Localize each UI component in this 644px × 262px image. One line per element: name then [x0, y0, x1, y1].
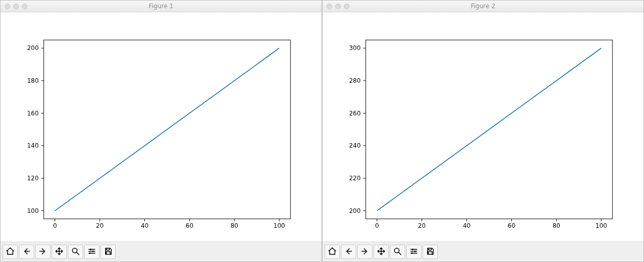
zoom-window-icon[interactable]: [22, 4, 28, 9]
zoom-button[interactable]: [390, 245, 405, 259]
svg-text:200: 200: [349, 207, 361, 215]
window-controls: [5, 4, 28, 9]
svg-text:180: 180: [27, 77, 39, 84]
sliders-icon: [87, 247, 96, 257]
figure-window-2: Figure 2 020406080100200220240260280300: [322, 0, 644, 262]
save-icon: [426, 247, 435, 257]
forward-button[interactable]: [357, 245, 373, 259]
svg-point-25: [72, 248, 77, 253]
forward-button[interactable]: [35, 245, 51, 259]
zoom-button[interactable]: [68, 245, 83, 259]
svg-text:200: 200: [27, 44, 39, 52]
home-icon: [328, 247, 337, 257]
svg-text:80: 80: [553, 222, 560, 229]
svg-text:120: 120: [27, 175, 39, 182]
back-button[interactable]: [341, 245, 356, 259]
close-icon[interactable]: [5, 4, 10, 9]
pan-button[interactable]: [52, 245, 67, 259]
svg-point-55: [412, 248, 413, 250]
move-icon: [377, 247, 386, 257]
svg-text:0: 0: [375, 222, 379, 229]
titlebar[interactable]: Figure 2: [323, 1, 643, 12]
window-title: Figure 2: [323, 3, 643, 10]
minimize-icon[interactable]: [13, 4, 19, 9]
window-controls: [327, 4, 350, 9]
svg-text:80: 80: [231, 222, 238, 229]
svg-point-27: [92, 250, 94, 252]
plot-canvas[interactable]: 020406080100100120140160180200: [1, 12, 321, 242]
figure-window-1: Figure 1 020406080100100120140160180200: [0, 0, 322, 262]
titlebar[interactable]: Figure 1: [1, 1, 321, 12]
chart-1: 020406080100100120140160180200: [1, 12, 321, 242]
svg-point-56: [414, 250, 416, 252]
svg-text:100: 100: [27, 207, 39, 215]
zoom-window-icon[interactable]: [344, 4, 350, 9]
back-button[interactable]: [19, 245, 34, 259]
svg-point-26: [90, 248, 91, 250]
save-button[interactable]: [423, 245, 438, 259]
svg-point-28: [89, 252, 91, 254]
svg-text:220: 220: [349, 175, 361, 182]
chart-2: 020406080100200220240260280300: [323, 12, 643, 242]
arrow-right-icon: [38, 247, 47, 257]
sliders-icon: [409, 247, 418, 257]
home-button[interactable]: [3, 245, 18, 259]
svg-text:240: 240: [349, 142, 361, 149]
move-icon: [55, 247, 64, 257]
svg-point-57: [411, 252, 413, 254]
magnifier-icon: [393, 247, 402, 257]
arrow-left-icon: [344, 247, 353, 257]
magnifier-icon: [71, 247, 80, 257]
svg-text:40: 40: [141, 222, 148, 229]
svg-text:20: 20: [96, 222, 104, 229]
minimize-icon[interactable]: [335, 4, 341, 9]
window-title: Figure 1: [1, 3, 321, 10]
svg-text:0: 0: [53, 222, 57, 229]
svg-point-54: [394, 248, 399, 253]
svg-text:60: 60: [508, 222, 515, 229]
close-icon[interactable]: [327, 4, 332, 9]
svg-text:300: 300: [349, 44, 361, 52]
svg-text:20: 20: [418, 222, 426, 229]
svg-text:160: 160: [27, 110, 39, 117]
desktop: Figure 1 020406080100100120140160180200: [0, 0, 644, 262]
svg-text:40: 40: [463, 222, 470, 229]
matplotlib-toolbar: [1, 242, 321, 261]
configure-button[interactable]: [84, 245, 100, 259]
svg-text:140: 140: [27, 142, 39, 149]
svg-text:60: 60: [186, 222, 193, 229]
home-button[interactable]: [325, 245, 340, 259]
configure-button[interactable]: [406, 245, 422, 259]
pan-button[interactable]: [374, 245, 389, 259]
svg-text:100: 100: [596, 222, 607, 229]
svg-text:280: 280: [349, 77, 361, 84]
arrow-right-icon: [360, 247, 369, 257]
svg-text:100: 100: [274, 222, 285, 229]
arrow-left-icon: [22, 247, 31, 257]
save-button[interactable]: [101, 245, 116, 259]
home-icon: [6, 247, 15, 257]
plot-canvas[interactable]: 020406080100200220240260280300: [323, 12, 643, 242]
save-icon: [104, 247, 113, 257]
svg-text:260: 260: [349, 110, 361, 117]
matplotlib-toolbar: [323, 242, 643, 261]
